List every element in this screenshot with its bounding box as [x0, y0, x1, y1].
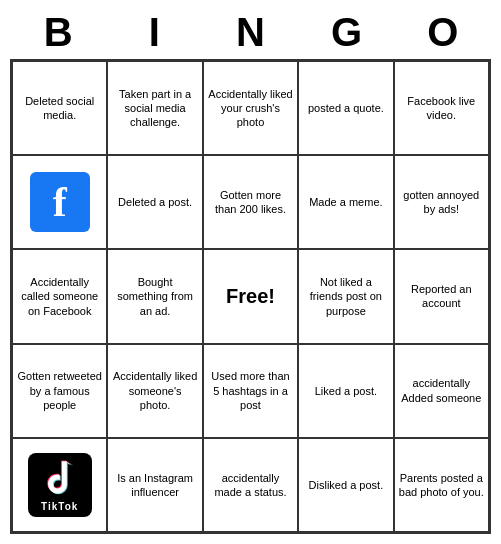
bingo-header: BINGO: [10, 10, 491, 55]
bingo-card: BINGO Deleted social media.Taken part in…: [0, 0, 501, 544]
bingo-cell-r0c1[interactable]: Taken part in a social media challenge.: [107, 61, 202, 155]
bingo-cell-r2c0[interactable]: Accidentally called someone on Facebook: [12, 249, 107, 343]
bingo-letter: O: [399, 10, 487, 55]
bingo-cell-r3c0[interactable]: Gotten retweeted by a famous people: [12, 344, 107, 438]
bingo-cell-r0c2[interactable]: Accidentally liked your crush's photo: [203, 61, 298, 155]
bingo-cell-r0c0[interactable]: Deleted social media.: [12, 61, 107, 155]
bingo-cell-r3c3[interactable]: Liked a post.: [298, 344, 393, 438]
bingo-cell-r4c0[interactable]: TikTok: [12, 438, 107, 532]
bingo-cell-r4c2[interactable]: accidentally made a status.: [203, 438, 298, 532]
bingo-cell-r4c4[interactable]: Parents posted a bad photo of you.: [394, 438, 489, 532]
bingo-grid: Deleted social media.Taken part in a soc…: [10, 59, 491, 534]
bingo-cell-r3c1[interactable]: Accidentally liked someone's photo.: [107, 344, 202, 438]
bingo-cell-r2c1[interactable]: Bought something from an ad.: [107, 249, 202, 343]
bingo-cell-r0c4[interactable]: Facebook live video.: [394, 61, 489, 155]
bingo-cell-r4c1[interactable]: Is an Instagram influencer: [107, 438, 202, 532]
facebook-logo-icon: f: [30, 172, 90, 232]
bingo-cell-r1c2[interactable]: Gotten more than 200 likes.: [203, 155, 298, 249]
bingo-letter: N: [206, 10, 294, 55]
bingo-cell-r1c1[interactable]: Deleted a post.: [107, 155, 202, 249]
tiktok-logo-icon: TikTok: [28, 453, 92, 517]
bingo-cell-r2c2[interactable]: Free!: [203, 249, 298, 343]
bingo-cell-r2c4[interactable]: Reported an account: [394, 249, 489, 343]
bingo-letter: G: [303, 10, 391, 55]
bingo-cell-r1c4[interactable]: gotten annoyed by ads!: [394, 155, 489, 249]
bingo-cell-r0c3[interactable]: posted a quote.: [298, 61, 393, 155]
tiktok-label: TikTok: [41, 500, 78, 513]
bingo-cell-r3c2[interactable]: Used more than 5 hashtags in a post: [203, 344, 298, 438]
bingo-cell-r1c0[interactable]: f: [12, 155, 107, 249]
bingo-letter: I: [110, 10, 198, 55]
bingo-cell-r2c3[interactable]: Not liked a friends post on purpose: [298, 249, 393, 343]
bingo-cell-r3c4[interactable]: accidentally Added someone: [394, 344, 489, 438]
bingo-cell-r4c3[interactable]: Disliked a post.: [298, 438, 393, 532]
bingo-letter: B: [14, 10, 102, 55]
bingo-cell-r1c3[interactable]: Made a meme.: [298, 155, 393, 249]
